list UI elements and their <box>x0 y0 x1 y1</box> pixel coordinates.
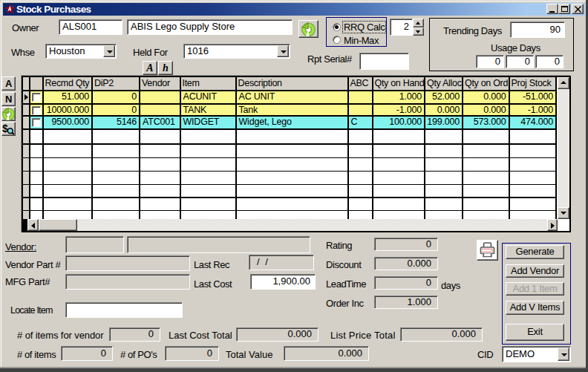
svg-text:$: $ <box>2 123 8 134</box>
